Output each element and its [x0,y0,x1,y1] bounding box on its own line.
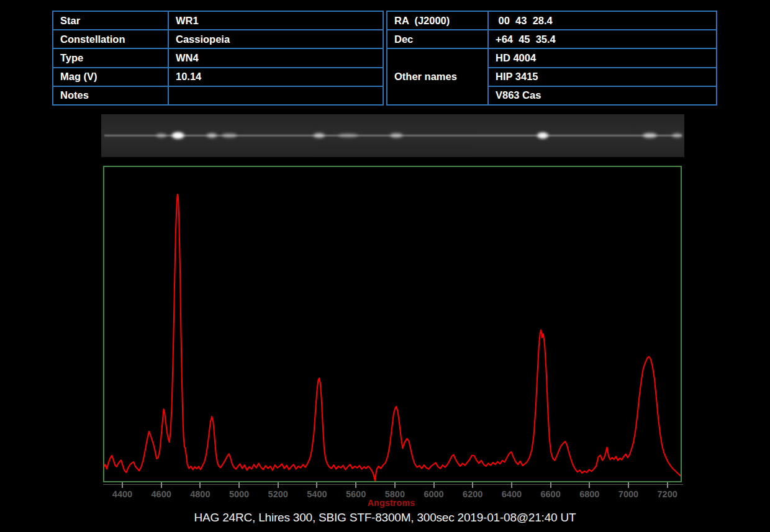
spectrum-line-series [104,194,681,481]
x-tick-mark [394,482,396,488]
table-row: Constellation Cassiopeia [53,30,383,48]
raw-spectrum-strip-image [101,114,684,157]
x-tick-label: 4400 [102,489,142,499]
strip-emission-blob [222,133,237,137]
x-tick-mark [355,482,356,488]
x-tick-mark [199,482,201,488]
spectrum-plot-svg [104,167,681,481]
table-row: Other names HD 4004 [387,48,717,67]
x-tick-mark [238,482,240,488]
magnitude-value-cell: 10.14 [168,68,383,86]
strip-emission-blob [338,133,358,137]
ra-value-cell: 00 43 28.4 [488,11,717,30]
x-tick-mark [550,482,551,488]
type-value-cell: WN4 [168,48,383,67]
ra-label-cell: RA (J2000) [387,11,488,30]
table-row: Dec +64 45 35.4 [387,30,717,48]
x-tick-mark [316,482,317,488]
strip-emission-blob [643,133,656,138]
other-name-value-cell: V863 Cas [488,86,717,105]
spectroscopy-report-page: Star WR1 Constellation Cassiopeia Type W… [0,0,770,532]
strip-emission-blob [390,133,402,138]
star-info-table-right: RA (J2000) 00 43 28.4 Dec +64 45 35.4 Ot… [386,11,717,106]
other-name-value-cell: HIP 3415 [488,68,717,86]
other-name-value-cell: HD 4004 [488,48,717,67]
x-tick-label: 6600 [531,489,571,499]
x-tick-mark [628,482,629,488]
notes-value-cell [168,86,383,105]
x-tick-label: 5400 [297,489,337,499]
x-tick-label: 6800 [569,489,609,499]
table-row: Notes [53,86,383,105]
x-tick-mark [278,482,279,488]
table-row: RA (J2000) 00 43 28.4 [387,11,717,30]
dec-label-cell: Dec [387,30,488,48]
magnitude-label-cell: Mag (V) [53,68,168,86]
notes-label-cell: Notes [53,86,168,105]
x-axis-title: Angstroms [348,498,435,508]
star-label-cell: Star [53,11,168,30]
strip-emission-blob [672,133,682,137]
x-tick-mark [433,482,435,488]
x-tick-mark [511,482,512,488]
strip-emission-blob-core [540,133,546,137]
other-names-label-cell: Other names [387,48,488,105]
strip-emission-blob [156,133,166,137]
x-tick-label: 5000 [219,489,259,499]
strip-emission-blob [207,133,217,138]
x-tick-mark [589,482,590,488]
x-tick-mark [667,482,668,488]
strip-emission-blob [314,133,325,138]
x-tick-mark [472,482,473,488]
strip-emission-blob-core [174,133,182,137]
constellation-value-cell: Cassiopeia [168,30,383,48]
table-row: Type WN4 [53,48,383,67]
x-tick-mark [161,482,162,488]
x-tick-mark [122,482,123,488]
dec-value-cell: +64 45 35.4 [488,30,717,48]
x-tick-label: 6200 [453,489,492,499]
x-tick-label: 4600 [142,489,181,499]
x-tick-label: 7200 [648,489,687,499]
constellation-label-cell: Constellation [53,30,168,48]
spectrum-plot-frame [103,166,682,482]
star-info-table-left: Star WR1 Constellation Cassiopeia Type W… [52,11,384,106]
x-tick-label: 7000 [609,489,648,499]
star-value-cell: WR1 [168,11,383,30]
x-tick-label: 6400 [492,489,532,499]
x-tick-label: 5200 [258,489,298,499]
table-row: Star WR1 [53,11,383,30]
x-axis-line [103,484,683,485]
table-row: Mag (V) 10.14 [53,68,383,86]
type-label-cell: Type [53,48,168,67]
acquisition-caption: HAG 24RC, Lhires 300, SBIG STF-8300M, 30… [0,511,770,525]
spectrum-strip-svg [101,114,684,157]
x-tick-label: 4800 [180,489,220,499]
